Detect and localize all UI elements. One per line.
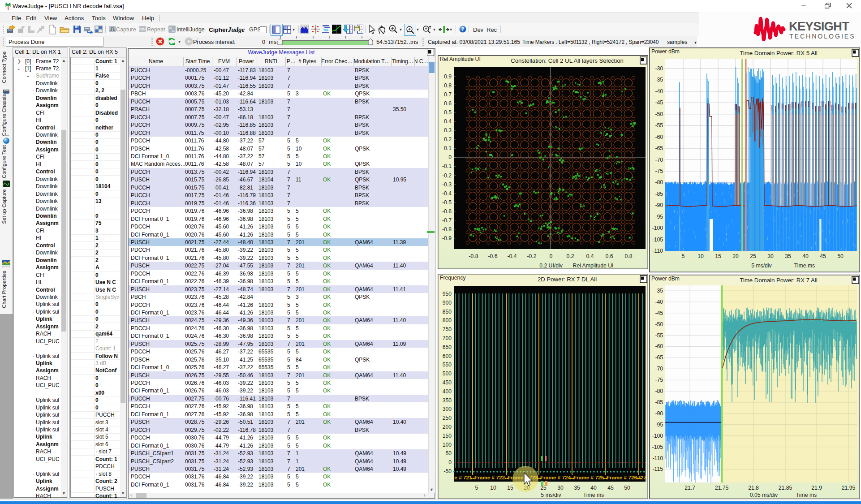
svg-text:▸◂: ▸◂ [603, 476, 607, 480]
svg-text:25: 25 [750, 253, 756, 259]
svg-text:-40: -40 [655, 88, 663, 95]
svg-text:35: 35 [574, 485, 580, 491]
svg-text:-0.5: -0.5 [442, 199, 452, 206]
svg-text:5: 5 [682, 253, 685, 259]
svg-text:-0.1: -0.1 [442, 163, 452, 169]
svg-text:0.8: 0.8 [444, 82, 452, 89]
svg-text:850: 850 [443, 309, 452, 315]
svg-text:0.8: 0.8 [625, 253, 633, 259]
svg-text:21.9: 21.9 [811, 485, 822, 491]
svg-text:40: 40 [590, 485, 597, 491]
svg-text:450: 450 [443, 379, 452, 386]
svg-text:-70: -70 [655, 157, 663, 163]
svg-text:21.8: 21.8 [748, 485, 759, 491]
svg-text:-35: -35 [655, 288, 663, 294]
svg-text:20: 20 [732, 253, 739, 259]
svg-text:Power dBm: Power dBm [651, 48, 680, 55]
svg-text:0.6: 0.6 [606, 253, 613, 259]
svg-text:35: 35 [785, 253, 791, 259]
svg-text:-50: -50 [443, 468, 452, 474]
svg-text:500: 500 [443, 370, 452, 377]
svg-text:-50: -50 [655, 111, 663, 117]
svg-text:350: 350 [443, 397, 452, 404]
svg-text:-75: -75 [655, 168, 663, 174]
svg-text:5 ms/div: 5 ms/div [541, 492, 561, 498]
svg-text:-80: -80 [655, 179, 663, 185]
svg-text:-0.2: -0.2 [442, 172, 452, 179]
svg-text:▸◂: ▸◂ [504, 476, 509, 480]
svg-text:50: 50 [624, 485, 630, 491]
svg-text:-105: -105 [652, 444, 663, 450]
svg-text:-115: -115 [653, 466, 663, 472]
svg-text:Time ms: Time ms [796, 492, 817, 498]
svg-text:-100: -100 [652, 225, 663, 231]
svg-text:21.7: 21.7 [684, 485, 695, 491]
svg-text:-35: -35 [655, 77, 663, 83]
svg-text:200: 200 [443, 424, 452, 430]
svg-text:0: 0 [448, 459, 452, 465]
svg-text:-60: -60 [655, 134, 663, 140]
svg-text:30: 30 [557, 485, 564, 491]
svg-text:Time Domain Power: RX 5 All: Time Domain Power: RX 5 All [740, 50, 817, 56]
svg-text:-0.4: -0.4 [442, 190, 452, 197]
svg-text:0.9: 0.9 [444, 73, 452, 80]
svg-text:Frame # 725: Frame # 725 [573, 474, 604, 481]
svg-text:150: 150 [443, 433, 452, 439]
svg-text:0.5: 0.5 [444, 109, 452, 116]
svg-text:00: 00 [169, 26, 172, 29]
svg-text:21.95: 21.95 [842, 485, 856, 491]
svg-text:0.1: 0.1 [444, 145, 452, 151]
svg-text:40: 40 [802, 253, 809, 259]
svg-text:Rel Amplitude UI: Rel Amplitude UI [440, 56, 481, 62]
svg-text:Time ms: Time ms [794, 263, 815, 269]
svg-text:-55: -55 [655, 122, 663, 129]
svg-text:-0.3: -0.3 [442, 181, 452, 188]
svg-text:Constellation: Cell 2 UL All l: Constellation: Cell 2 UL All layers Sele… [511, 57, 624, 64]
svg-text:750: 750 [443, 326, 452, 332]
svg-text:50: 50 [445, 450, 452, 457]
svg-text:-85: -85 [655, 399, 663, 405]
svg-text:50: 50 [837, 253, 844, 259]
svg-text:▸◂: ▸◂ [637, 476, 641, 480]
svg-text:-0.9: -0.9 [442, 235, 452, 241]
svg-text:-105: -105 [652, 237, 663, 243]
svg-text:21.85: 21.85 [779, 485, 792, 491]
svg-text:-95: -95 [655, 422, 663, 428]
svg-text:-90: -90 [655, 410, 663, 417]
svg-text:5 ms/div: 5 ms/div [751, 263, 772, 269]
svg-text:0.2: 0.2 [444, 136, 452, 142]
svg-text:-80: -80 [655, 388, 663, 394]
svg-text:-30: -30 [655, 65, 663, 72]
svg-text:-90: -90 [655, 202, 663, 208]
svg-text:2D Power: RX 7 DL All: 2D Power: RX 7 DL All [538, 276, 597, 283]
svg-text:Time ms: Time ms [583, 492, 604, 498]
svg-text:e # 721: e # 721 [454, 474, 472, 481]
svg-text:-0.2: -0.2 [527, 253, 536, 259]
svg-text:0.6: 0.6 [444, 100, 452, 107]
svg-text:KEYSIGHT: KEYSIGHT [789, 19, 849, 33]
svg-text:Rel Amplitude UI: Rel Amplitude UI [573, 263, 614, 269]
svg-text:10: 10 [697, 253, 704, 259]
svg-text:0.2: 0.2 [567, 253, 574, 259]
svg-text:550: 550 [443, 362, 452, 368]
svg-text:10: 10 [490, 485, 496, 491]
svg-text:250: 250 [443, 415, 452, 421]
svg-text:-95: -95 [655, 214, 663, 220]
svg-text:-45: -45 [655, 99, 663, 106]
svg-text:30: 30 [767, 253, 774, 259]
svg-text:-40: -40 [655, 299, 663, 305]
svg-text:950: 950 [443, 291, 452, 297]
svg-text:-110: -110 [653, 455, 663, 461]
svg-text:?: ? [461, 26, 464, 32]
svg-text:0.05 ms/div: 0.05 ms/div [750, 492, 778, 498]
svg-text:0: 0 [448, 154, 452, 160]
svg-text:TECHNOLOGIES: TECHNOLOGIES [789, 33, 856, 40]
svg-text:-75: -75 [655, 377, 663, 383]
svg-text:Time Domain Power: RX 7 All: Time Domain Power: RX 7 All [740, 277, 817, 284]
svg-text:0.7: 0.7 [444, 91, 452, 98]
svg-text:-55: -55 [655, 332, 663, 339]
svg-text:15: 15 [507, 485, 513, 491]
svg-text:-65: -65 [655, 354, 663, 361]
svg-text:-0.4: -0.4 [507, 253, 517, 259]
svg-text:-85: -85 [655, 191, 663, 197]
